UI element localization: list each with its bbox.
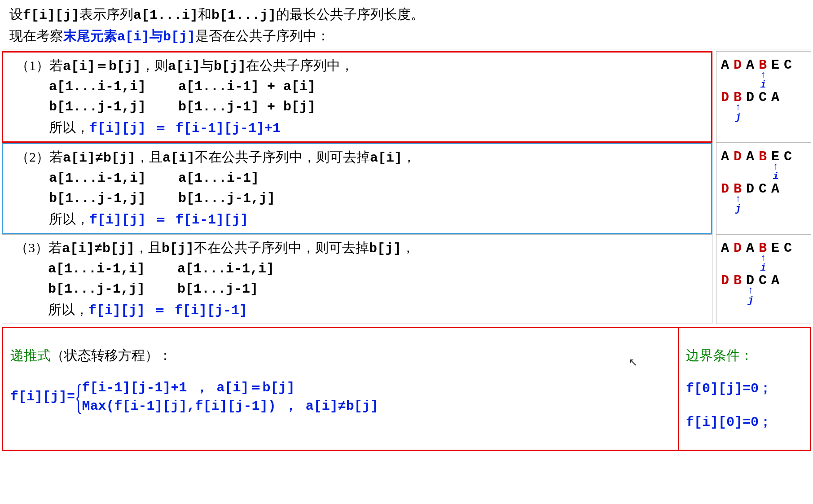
text: 现在考察 xyxy=(9,28,63,43)
boundary-1: f[0][j]=0； xyxy=(686,379,803,399)
brace-icon: { xyxy=(75,382,83,412)
text: 与 xyxy=(200,58,214,73)
text: 在公共子序列中， xyxy=(246,58,354,73)
case-3-b: b[1...j-1,j] b[1...j-1] xyxy=(15,279,705,299)
text: 末尾元素a[i]与b[j] xyxy=(63,29,195,44)
case-3-head: （3）若a[i]≠b[j]，且b[j]不在公共子序列中，则可去掉b[j]， xyxy=(15,237,705,259)
text: b[j] xyxy=(162,241,194,256)
text: ，则 xyxy=(141,58,168,73)
text: 不在公共子序列中，则可去掉 xyxy=(194,240,369,255)
recurrence-box: 递推式（状态转移方程）： f[i][j]= { f[i-1][j-1]+1 ， … xyxy=(3,328,679,450)
example-1: ADABEC↑iDBDCA↑j xyxy=(716,51,811,143)
text: b[1...j-1,j] xyxy=(49,99,146,114)
text: b[1...j-1] xyxy=(177,281,258,297)
arrow-j: ↑j xyxy=(747,286,756,306)
text: f[i][j] xyxy=(23,8,79,23)
text: b[1...j-1,j] xyxy=(49,191,146,206)
example-3: ADABEC↑iDBDCA↑j xyxy=(716,234,811,324)
text: 所以， xyxy=(49,211,89,226)
intro-line-2: 现在考察末尾元素a[i]与b[j]是否在公共子序列中： xyxy=(9,26,804,47)
text: a[1...i-1,i] xyxy=(48,261,145,276)
boundary-box: 边界条件： f[0][j]=0； f[i][0]=0； xyxy=(679,328,810,450)
text: 表示序列 xyxy=(79,7,133,22)
recurrence-cases: f[i-1][j-1]+1 ， a[i]＝b[j] Max(f[i-1][j],… xyxy=(82,379,378,415)
case-1-a: a[1...i-1,i] a[1...i-1] + a[i] xyxy=(16,77,704,97)
text: f[i-1][j-1]+1 ， a[i]＝b[j] xyxy=(82,380,295,395)
text: a[1...i-1,i] xyxy=(49,171,146,186)
text: f[i][j]= xyxy=(10,387,75,407)
text: a[1...i] xyxy=(133,8,198,23)
text: 是否在公共子序列中： xyxy=(195,28,330,43)
text: a[i] xyxy=(163,150,195,166)
text: Max(f[i-1][j],f[i][j-1]) ， a[i]≠b[j] xyxy=(82,399,378,414)
intro-box: 设f[i][j]表示序列a[1...i]和b[1...j]的最长公共子序列长度。… xyxy=(2,2,811,49)
case-3-box: （3）若a[i]≠b[j]，且b[j]不在公共子序列中，则可去掉b[j]， a[… xyxy=(2,234,712,324)
text: a[1...i-1,i] xyxy=(49,79,146,94)
text: a[1...i-1,i] xyxy=(177,261,274,276)
text: f[i][j] ＝ f[i][j-1] xyxy=(88,303,247,318)
recurrence-title: 递推式（状态转移方程）： xyxy=(10,345,671,365)
case-2-row: （2）若a[i]≠b[j]，且a[i]不在公共子序列中，则可去掉a[i]， a[… xyxy=(2,143,811,234)
case-2-box: （2）若a[i]≠b[j]，且a[i]不在公共子序列中，则可去掉a[i]， a[… xyxy=(2,143,712,234)
text: 设 xyxy=(9,7,23,22)
text: 递推式 xyxy=(10,348,51,363)
case-1-head: （1）若a[i]＝b[j]，则a[i]与b[j]在公共子序列中， xyxy=(16,55,704,77)
text: （状态转移方程）： xyxy=(51,348,172,363)
text: b[1...j-1,j] xyxy=(48,281,145,297)
case-2-a: a[1...i-1,i] a[1...i-1] xyxy=(16,168,704,188)
text: a[i] xyxy=(168,59,200,74)
seq-a: ADABEC↑i xyxy=(721,55,806,73)
text: a[i]≠b[j] xyxy=(62,241,135,256)
text: 所以， xyxy=(49,120,89,135)
text: b[j] xyxy=(369,241,401,256)
case-1-box: （1）若a[i]＝b[j]，则a[i]与b[j]在公共子序列中， a[1...i… xyxy=(2,51,712,143)
text: b[1...j-1,j] xyxy=(178,191,275,206)
seq-b: DBDCA↑j xyxy=(721,179,806,197)
case-2-conc: 所以，f[i][j] ＝ f[i-1][j] xyxy=(16,209,704,230)
text: （3）若 xyxy=(15,240,62,255)
text: 边界条件： xyxy=(686,348,753,363)
text: a[1...i-1] xyxy=(178,171,259,186)
intro-line-1: 设f[i][j]表示序列a[1...i]和b[1...j]的最长公共子序列长度。 xyxy=(9,4,804,26)
text: ， xyxy=(401,240,415,255)
seq-a: ADABEC↑i xyxy=(721,147,806,165)
boundary-title: 边界条件： xyxy=(686,345,803,365)
seq-a: ADABEC↑i xyxy=(721,238,806,256)
seq-b: DBDCA↑j xyxy=(721,271,806,289)
text: ，且 xyxy=(135,240,162,255)
case-3-row: （3）若a[i]≠b[j]，且b[j]不在公共子序列中，则可去掉b[j]， a[… xyxy=(2,234,811,324)
text: b[j] xyxy=(214,59,246,74)
case-1-row: （1）若a[i]＝b[j]，则a[i]与b[j]在公共子序列中， a[1...i… xyxy=(2,51,811,143)
text: ， xyxy=(402,149,416,164)
text: a[1...i-1] + a[i] xyxy=(178,79,316,94)
case-1-b: b[1...j-1,j] b[1...j-1] + b[j] xyxy=(16,97,704,117)
text: 和 xyxy=(198,7,211,22)
text: b[1...j-1] + b[j] xyxy=(178,99,316,114)
text: 所以， xyxy=(48,302,88,317)
text: b[1...j] xyxy=(211,8,276,23)
case-2-b: b[1...j-1,j] b[1...j-1,j] xyxy=(16,188,704,209)
recurrence-row: 递推式（状态转移方程）： f[i][j]= { f[i-1][j-1]+1 ， … xyxy=(2,327,811,451)
case-2-head: （2）若a[i]≠b[j]，且a[i]不在公共子序列中，则可去掉a[i]， xyxy=(16,147,704,168)
text: a[i] xyxy=(370,150,402,166)
text: ，且 xyxy=(136,149,163,164)
text: a[i]＝b[j] xyxy=(63,59,141,74)
text: 不在公共子序列中，则可去掉 xyxy=(195,149,370,164)
case-3-conc: 所以，f[i][j] ＝ f[i][j-1] xyxy=(15,299,705,321)
text: a[i]≠b[j] xyxy=(63,150,136,166)
arrow-j: ↑j xyxy=(734,103,743,123)
case-3-a: a[1...i-1,i] a[1...i-1,i] xyxy=(15,259,705,279)
text: f[i][j] ＝ f[i-1][j] xyxy=(89,212,248,228)
recurrence-formula: f[i][j]= { f[i-1][j-1]+1 ， a[i]＝b[j] Max… xyxy=(10,379,378,415)
boundary-2: f[i][0]=0； xyxy=(686,412,803,433)
text: （2）若 xyxy=(16,149,63,164)
text: 的最长公共子序列长度。 xyxy=(276,7,424,22)
cursor-icon: ↖ xyxy=(628,354,637,370)
text: （1）若 xyxy=(16,58,63,73)
seq-b: DBDCA↑j xyxy=(721,88,806,105)
example-2: ADABEC↑iDBDCA↑j xyxy=(716,143,811,234)
arrow-j: ↑j xyxy=(734,194,743,214)
text: f[i][j] ＝ f[i-1][j-1]+1 xyxy=(89,121,281,136)
case-1-conc: 所以，f[i][j] ＝ f[i-1][j-1]+1 xyxy=(16,117,704,139)
